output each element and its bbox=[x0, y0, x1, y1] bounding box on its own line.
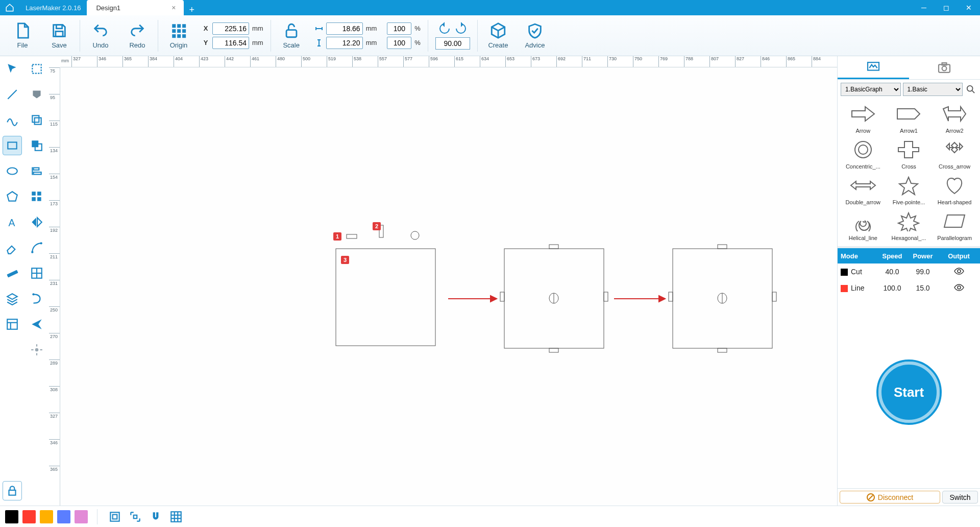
shape-double-arrow[interactable]: Double_arrow bbox=[842, 173, 885, 205]
y-input[interactable] bbox=[212, 37, 249, 49]
svg-rect-13 bbox=[8, 142, 16, 149]
layers-tool[interactable] bbox=[3, 289, 22, 308]
fit-view-icon[interactable] bbox=[107, 509, 123, 525]
canvas[interactable]: 1 2 3 bbox=[60, 67, 837, 506]
boolean-tool[interactable] bbox=[27, 136, 46, 155]
search-icon[interactable] bbox=[965, 83, 977, 95]
measure-tool[interactable] bbox=[3, 264, 22, 283]
shape-category-select[interactable]: 1.BasicGraph bbox=[841, 83, 901, 96]
select-tool[interactable] bbox=[3, 59, 22, 79]
width-input[interactable] bbox=[326, 22, 363, 35]
camera-tab[interactable] bbox=[909, 56, 981, 79]
grid-icon[interactable] bbox=[168, 509, 184, 525]
redo-button[interactable]: Redo bbox=[119, 18, 156, 54]
ellipse-tool[interactable] bbox=[3, 161, 22, 181]
shape-concentric-[interactable]: Concentric_... bbox=[842, 137, 885, 170]
svg-rect-2 bbox=[172, 24, 176, 28]
svg-point-14 bbox=[7, 168, 17, 175]
svg-rect-89 bbox=[171, 512, 181, 522]
line-tool[interactable] bbox=[3, 85, 22, 104]
pct-w-input[interactable] bbox=[387, 22, 411, 35]
layout-tool[interactable] bbox=[3, 315, 22, 334]
svg-marker-67 bbox=[659, 296, 665, 302]
fill-tool[interactable] bbox=[27, 85, 46, 104]
shape-hexagonal-[interactable]: Hexagonal_... bbox=[888, 208, 930, 241]
layer-row[interactable]: Line100.015.0 bbox=[838, 280, 980, 296]
svg-rect-0 bbox=[56, 25, 62, 29]
zoom-selection-icon[interactable] bbox=[127, 509, 143, 525]
svg-point-83 bbox=[958, 286, 961, 289]
x-input[interactable] bbox=[212, 22, 249, 35]
disconnect-button[interactable]: Disconnect bbox=[840, 491, 940, 504]
shape-parallelogram[interactable]: Parallelogram bbox=[933, 208, 976, 241]
polygon-tool[interactable] bbox=[3, 187, 22, 206]
close-tab-icon[interactable]: × bbox=[168, 4, 179, 12]
color-swatch[interactable] bbox=[75, 510, 88, 523]
shape-cross-arrow[interactable]: Cross_arrow bbox=[933, 137, 976, 170]
copy-tool[interactable] bbox=[27, 110, 46, 130]
svg-rect-17 bbox=[7, 270, 18, 277]
new-tab-button[interactable]: + bbox=[184, 5, 200, 15]
start-button[interactable]: Start bbox=[878, 362, 940, 423]
origin-button[interactable]: Origin bbox=[160, 18, 197, 54]
shape-five-pointe-[interactable]: Five-pointe... bbox=[888, 173, 930, 205]
minimize-button[interactable]: ─ bbox=[913, 0, 935, 15]
rotate-ccw-icon[interactable] bbox=[438, 22, 451, 35]
undo-button[interactable]: Undo bbox=[82, 18, 119, 54]
pct-h-input[interactable] bbox=[387, 37, 411, 49]
color-swatch[interactable] bbox=[40, 510, 53, 523]
color-swatch[interactable] bbox=[5, 510, 18, 523]
shape-helical-line[interactable]: Helical_line bbox=[842, 208, 885, 241]
height-input[interactable] bbox=[326, 37, 363, 49]
array-tool[interactable] bbox=[27, 187, 46, 206]
grid-array-tool[interactable] bbox=[27, 264, 46, 283]
shape-cross[interactable]: Cross bbox=[888, 137, 930, 170]
switch-button[interactable]: Switch bbox=[942, 491, 978, 504]
svg-line-12 bbox=[8, 90, 16, 99]
canvas-svg: 1 2 3 bbox=[60, 67, 837, 506]
laser-tool[interactable] bbox=[27, 340, 46, 360]
scale-button[interactable]: Scale bbox=[273, 18, 310, 54]
file-button[interactable]: File bbox=[4, 18, 41, 54]
svg-rect-30 bbox=[34, 172, 41, 174]
advice-icon bbox=[526, 22, 544, 39]
home-icon[interactable] bbox=[0, 0, 19, 15]
title-bar: LaserMaker 2.0.16 Design1 × + ─ ◻ ✕ bbox=[0, 0, 980, 15]
color-swatch[interactable] bbox=[57, 510, 70, 523]
create-button[interactable]: Create bbox=[480, 18, 517, 54]
svg-text:A: A bbox=[8, 217, 15, 228]
node-edit-tool[interactable] bbox=[27, 238, 46, 257]
lock-toggle[interactable] bbox=[3, 481, 22, 500]
send-tool[interactable] bbox=[27, 315, 46, 334]
shape-arrow2[interactable]: Arrow2 bbox=[933, 101, 976, 134]
shapes-tab[interactable] bbox=[838, 56, 909, 79]
close-window-button[interactable]: ✕ bbox=[958, 0, 980, 15]
save-button[interactable]: Save bbox=[41, 18, 78, 54]
svg-rect-50 bbox=[500, 292, 504, 301]
shape-subcategory-select[interactable]: 1.Basic bbox=[903, 83, 963, 96]
shape-heart-shaped[interactable]: Heart-shaped bbox=[933, 173, 976, 205]
advice-button[interactable]: Advice bbox=[517, 18, 553, 54]
svg-rect-31 bbox=[32, 191, 36, 196]
shape-arrow[interactable]: Arrow bbox=[842, 101, 885, 134]
document-tab[interactable]: Design1 × bbox=[87, 0, 184, 15]
align-tool[interactable] bbox=[27, 161, 46, 181]
svg-rect-18 bbox=[7, 319, 17, 329]
snap-icon[interactable] bbox=[148, 509, 164, 525]
maximize-button[interactable]: ◻ bbox=[935, 0, 958, 15]
layer-row[interactable]: Cut40.099.0 bbox=[838, 264, 980, 280]
eraser-tool[interactable] bbox=[3, 238, 22, 257]
main-toolbar: File Save Undo Redo Origin X mm bbox=[0, 15, 980, 56]
outline-tool[interactable] bbox=[27, 289, 46, 308]
shape-arrow1[interactable]: Arrow1 bbox=[888, 101, 930, 134]
mirror-tool[interactable] bbox=[27, 212, 46, 232]
rotation-input[interactable] bbox=[435, 37, 470, 50]
svg-rect-25 bbox=[35, 118, 41, 125]
rotate-cw-icon[interactable] bbox=[454, 22, 468, 35]
marquee-tool[interactable] bbox=[27, 59, 46, 79]
text-tool[interactable]: A bbox=[3, 212, 22, 232]
curve-tool[interactable] bbox=[3, 110, 22, 130]
color-swatch[interactable] bbox=[22, 510, 36, 523]
svg-rect-24 bbox=[32, 115, 39, 122]
rectangle-tool[interactable] bbox=[3, 136, 22, 155]
